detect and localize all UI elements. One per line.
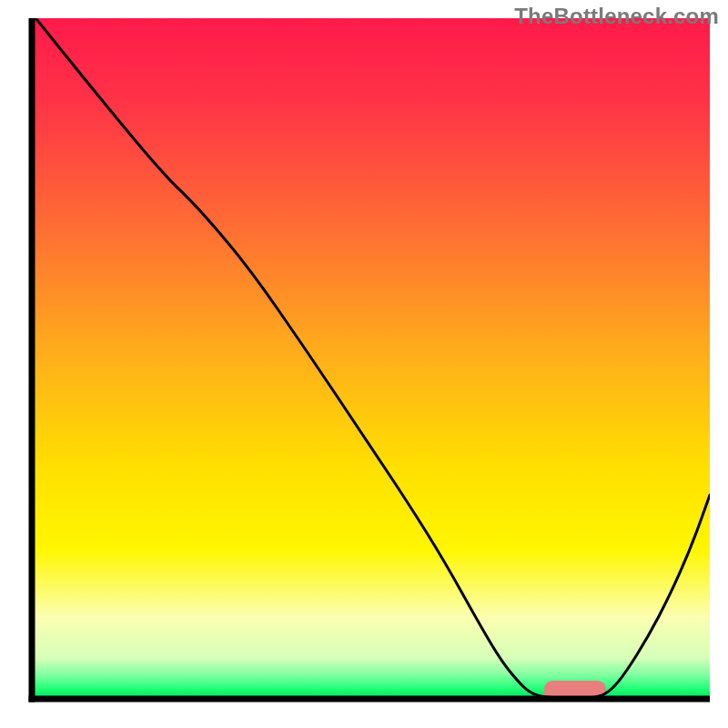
gradient-background — [32, 18, 710, 699]
plot-area — [32, 15, 710, 704]
watermark-label: TheBottleneck.com — [514, 4, 719, 29]
bottleneck-chart — [0, 0, 728, 728]
chart-stage: TheBottleneck.com — [0, 0, 728, 728]
